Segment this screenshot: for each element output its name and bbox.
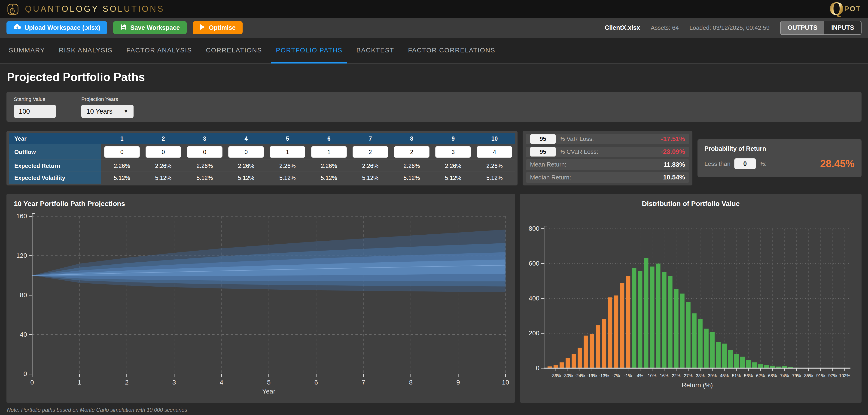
projection-years-select[interactable]: 10 Years ▼: [81, 105, 133, 118]
expected-volatility-year-2: 5.12%: [143, 171, 184, 184]
svg-text:6: 6: [314, 379, 318, 386]
outflow-input-year-1[interactable]: [104, 146, 140, 158]
expected-return-year-8: 2.26%: [391, 160, 432, 171]
tab-summary[interactable]: SUMMARY: [2, 38, 52, 63]
outflow-input-year-5[interactable]: [270, 146, 305, 158]
expected-return-year-5: 2.26%: [267, 160, 308, 171]
confidence-input-0[interactable]: [530, 134, 556, 144]
row-label-outflow: Outflow: [9, 144, 101, 160]
svg-text:2: 2: [125, 379, 129, 386]
probability-threshold-input[interactable]: [734, 158, 756, 169]
distribution-chart-title: Distribution of Portfolio Value: [526, 200, 856, 208]
outputs-inputs-toggle: OUTPUTS INPUTS: [780, 21, 862, 35]
table-header-year-7: 7: [349, 133, 391, 144]
stat-label-1: % CVaR Loss:: [560, 148, 598, 155]
qpot-text: POT: [844, 5, 861, 13]
svg-text:79%: 79%: [792, 374, 801, 378]
outflow-cell-year-1: [101, 144, 143, 160]
svg-text:Year: Year: [262, 388, 275, 394]
outflow-input-year-4[interactable]: [228, 146, 264, 158]
qpot-logo: Q POT: [829, 1, 861, 17]
stat-value-0: -17.51%: [661, 135, 685, 143]
stat-row-2: Mean Return:11.83%: [526, 159, 689, 170]
optimise-button[interactable]: Optimise: [193, 21, 243, 34]
expected-volatility-year-7: 5.12%: [349, 171, 391, 184]
assets-count: Assets: 64: [651, 24, 679, 31]
svg-text:-36%: -36%: [551, 374, 561, 378]
confidence-input-1[interactable]: [530, 147, 556, 157]
svg-text:0: 0: [536, 364, 539, 372]
outflow-input-year-9[interactable]: [435, 146, 471, 158]
svg-text:102%: 102%: [839, 374, 850, 378]
svg-text:-30%: -30%: [563, 374, 573, 378]
svg-text:600: 600: [529, 260, 539, 267]
row-label-expected-volatility: Expected Volatility: [9, 171, 101, 184]
tab-backtest[interactable]: BACKTEST: [349, 38, 401, 63]
outflow-input-year-3[interactable]: [187, 146, 222, 158]
svg-text:-19%: -19%: [587, 374, 597, 378]
tab-factor-analysis[interactable]: FACTOR ANALYSIS: [119, 38, 199, 63]
tab-correlations[interactable]: CORRELATIONS: [199, 38, 269, 63]
svg-text:62%: 62%: [756, 374, 765, 378]
loaded-file-name: ClientX.xlsx: [605, 24, 640, 31]
distribution-chart: 0200400600800-36%-30%-24%-19%-13%-7%-1%4…: [526, 210, 856, 394]
stat-label-0: % VaR Loss:: [560, 135, 594, 142]
stat-row-1: % CVaR Loss:-23.09%: [526, 147, 689, 157]
expected-volatility-year-6: 5.12%: [308, 171, 349, 184]
upload-workspace-button[interactable]: Upload Workspace (.xlsx): [6, 21, 107, 34]
svg-text:33%: 33%: [696, 374, 705, 378]
outflow-input-year-2[interactable]: [146, 146, 181, 158]
svg-text:200: 200: [529, 329, 539, 337]
tab-portfolio-paths[interactable]: PORTFOLIO PATHS: [269, 38, 349, 63]
outflow-cell-year-5: [267, 144, 308, 160]
outflow-input-year-10[interactable]: [477, 146, 512, 158]
row-label-expected-return: Expected Return: [9, 160, 101, 171]
toggle-inputs[interactable]: INPUTS: [824, 21, 861, 34]
brand-name: QUANTOLOGY SOLUTIONS: [25, 4, 164, 14]
stat-label-3: Median Return:: [530, 174, 571, 181]
save-workspace-button[interactable]: Save Workspace: [113, 21, 187, 34]
probability-title: Probability of Return: [705, 145, 855, 152]
outflow-input-year-8[interactable]: [394, 146, 430, 158]
probability-prefix: Less than: [705, 160, 731, 167]
distribution-panel: Distribution of Portfolio Value 02004006…: [520, 194, 862, 403]
stat-row-0: % VaR Loss:-17.51%: [526, 134, 689, 144]
main-tabbar: SUMMARYRISK ANALYSISFACTOR ANALYSISCORRE…: [0, 38, 868, 64]
probability-wrap: Probability of Return Less than %: 28.45…: [698, 131, 862, 186]
expected-volatility-year-1: 5.12%: [101, 171, 143, 184]
outflow-input-year-6[interactable]: [311, 146, 347, 158]
svg-text:-13%: -13%: [599, 374, 609, 378]
svg-text:1: 1: [78, 379, 81, 386]
outflow-cell-year-3: [184, 144, 225, 160]
tab-factor-correlations[interactable]: FACTOR CORRELATIONS: [401, 38, 502, 63]
tab-risk-analysis[interactable]: RISK ANALYSIS: [52, 38, 119, 63]
path-chart-title: 10 Year Portfolio Path Projections: [14, 200, 509, 208]
play-icon: [199, 24, 205, 32]
expected-return-year-7: 2.26%: [349, 160, 391, 171]
starting-value-input[interactable]: [14, 105, 56, 118]
svg-text:-24%: -24%: [575, 374, 585, 378]
table-header-year-6: 6: [308, 133, 349, 144]
svg-text:-1%: -1%: [624, 374, 632, 378]
svg-text:97%: 97%: [828, 374, 837, 378]
footnote: Note: Portfolio paths based on Monte Car…: [7, 407, 861, 413]
expected-volatility-year-4: 5.12%: [225, 171, 267, 184]
svg-text:10: 10: [502, 379, 509, 386]
outflow-cell-year-6: [308, 144, 349, 160]
svg-text:9: 9: [456, 379, 460, 386]
outflow-cell-year-9: [433, 144, 474, 160]
svg-text:56%: 56%: [744, 374, 753, 378]
expected-volatility-year-10: 5.12%: [474, 171, 515, 184]
workspace-toolbar: Upload Workspace (.xlsx) Save Workspace …: [0, 18, 868, 38]
probability-suffix: %:: [760, 160, 767, 167]
portfolio-paths-chart: 04080120160012345678910Year: [12, 210, 509, 394]
projection-years-field: Projection Years 10 Years ▼: [81, 96, 133, 117]
svg-text:4%: 4%: [637, 374, 644, 378]
svg-text:800: 800: [529, 225, 539, 232]
svg-text:74%: 74%: [780, 374, 789, 378]
chevron-down-icon: ▼: [123, 108, 128, 114]
svg-text:51%: 51%: [732, 374, 741, 378]
toggle-outputs[interactable]: OUTPUTS: [781, 21, 824, 34]
outflow-input-year-7[interactable]: [352, 146, 388, 158]
outflow-cell-year-10: [474, 144, 515, 160]
